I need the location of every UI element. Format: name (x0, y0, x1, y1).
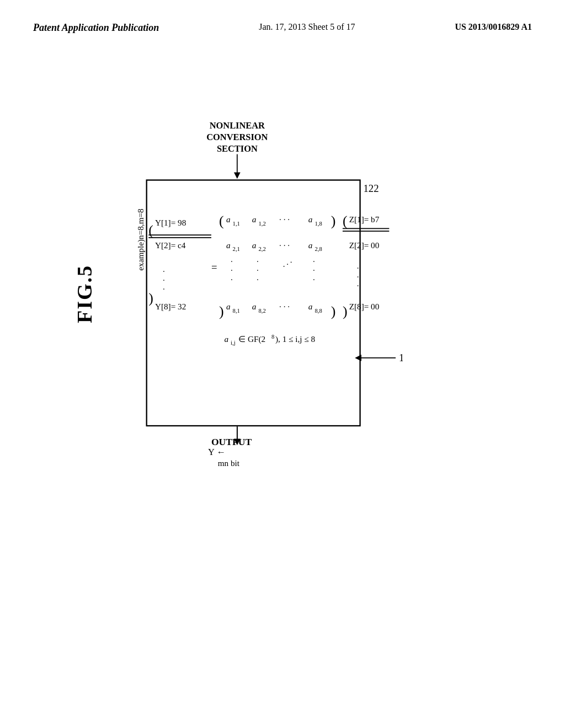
svg-text:Z[8]= 00: Z[8]= 00 (349, 302, 380, 311)
svg-text:·: · (357, 281, 359, 290)
svg-text:Y[2]= c4: Y[2]= c4 (155, 240, 186, 250)
svg-text:8,2: 8,2 (259, 308, 266, 314)
svg-text:a: a (252, 302, 257, 311)
svg-text:): ) (331, 213, 336, 229)
svg-text:8,8: 8,8 (315, 308, 322, 314)
figure-area: FIG.5 NONLINEAR CONVERSION SECTION 122 (… (0, 50, 565, 712)
svg-text:): ) (219, 303, 224, 319)
svg-text:125: 125 (399, 352, 403, 363)
svg-text:NONLINEAR: NONLINEAR (210, 122, 265, 131)
svg-text:i,j: i,j (231, 340, 236, 346)
svg-text:(: ( (343, 213, 348, 229)
svg-text:·: · (257, 275, 259, 284)
svg-text:·: · (163, 266, 165, 276)
svg-text:·: · (257, 256, 259, 266)
svg-text:mn bit: mn bit (218, 458, 240, 468)
svg-text:): ) (148, 290, 153, 306)
svg-text:Z[2]= 00: Z[2]= 00 (349, 240, 380, 250)
svg-text:·: · (163, 275, 165, 285)
svg-text:a: a (226, 240, 231, 250)
svg-text:·: · (163, 284, 165, 293)
svg-text:example)n=8,m=8: example)n=8,m=8 (136, 208, 146, 271)
svg-text:·  ·  ·: · · · (279, 240, 290, 250)
svg-text:8: 8 (271, 334, 274, 340)
svg-text:·: · (231, 265, 233, 275)
svg-text:(: ( (219, 213, 224, 229)
figure-label: FIG.5 (72, 265, 97, 323)
svg-text:·: · (313, 265, 315, 275)
svg-text:Y[1]= 98: Y[1]= 98 (155, 218, 186, 227)
svg-text:122: 122 (363, 183, 379, 194)
svg-text:(: ( (148, 222, 153, 238)
svg-text:a: a (252, 215, 257, 224)
svg-text:2,2: 2,2 (259, 246, 266, 252)
svg-text:·: · (313, 275, 315, 284)
svg-text:2,8: 2,8 (315, 246, 322, 252)
svg-text:1,2: 1,2 (259, 221, 266, 227)
svg-text:), 1 ≤ i,j ≤ 8: ), 1 ≤ i,j ≤ 8 (275, 334, 316, 344)
svg-text:SECTION: SECTION (217, 143, 258, 154)
svg-text:): ) (331, 303, 336, 319)
date-sheet-label: Jan. 17, 2013 Sheet 5 of 17 (259, 22, 355, 32)
svg-text:Z[1]= b7: Z[1]= b7 (349, 215, 380, 224)
publication-label: Patent Application Publication (33, 22, 159, 34)
svg-text:a: a (308, 240, 313, 250)
svg-text:a: a (224, 334, 228, 344)
svg-text:Y ←: Y ← (208, 447, 226, 457)
svg-text:CONVERSION: CONVERSION (206, 132, 268, 142)
svg-text:·  ·  ·: · · · (280, 258, 294, 271)
svg-text:=: = (211, 261, 217, 273)
svg-text:∈ GF(2: ∈ GF(2 (238, 334, 265, 344)
svg-text:a: a (226, 215, 231, 224)
svg-text:·: · (257, 265, 259, 275)
svg-text:): ) (343, 303, 348, 319)
svg-text:a: a (252, 240, 257, 250)
svg-text:a: a (226, 302, 231, 311)
svg-marker-4 (234, 172, 241, 179)
svg-text:OUTPUT: OUTPUT (211, 436, 252, 447)
svg-text:·: · (231, 275, 233, 284)
svg-text:·  ·  ·: · · · (279, 215, 290, 224)
svg-text:·: · (357, 272, 359, 281)
svg-text:·: · (231, 256, 233, 266)
svg-text:·: · (313, 256, 315, 266)
svg-text:a: a (308, 215, 313, 224)
svg-text:·: · (357, 263, 359, 272)
svg-text:8,1: 8,1 (233, 308, 240, 314)
svg-text:2,1: 2,1 (233, 246, 240, 252)
svg-text:1,1: 1,1 (233, 221, 240, 227)
svg-text:a: a (308, 302, 313, 311)
svg-text:Y[8]= 32: Y[8]= 32 (155, 302, 186, 311)
diagram-svg: NONLINEAR CONVERSION SECTION 122 ( ) Y[1… (110, 122, 403, 497)
page-header: Patent Application Publication Jan. 17, … (0, 0, 565, 34)
svg-text:·  ·  ·: · · · (279, 302, 290, 311)
patent-number-label: US 2013/0016829 A1 (455, 22, 532, 32)
svg-marker-69 (355, 355, 361, 361)
svg-text:1,8: 1,8 (315, 221, 322, 227)
